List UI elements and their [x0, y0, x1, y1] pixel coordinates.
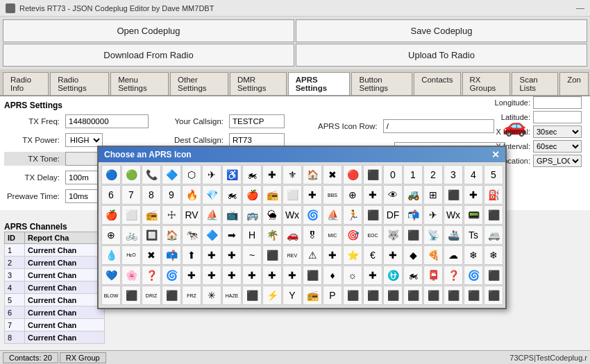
table-row[interactable]: 5Current Chan [5, 294, 105, 306]
icon-cell[interactable]: ⊕ [101, 225, 121, 245]
icon-cell[interactable]: 💧 [101, 245, 121, 265]
icon-cell[interactable]: ✚ [323, 245, 342, 265]
icon-cell[interactable]: ☁ [444, 245, 463, 265]
icon-cell[interactable]: ✖ [142, 245, 161, 265]
icon-cell[interactable]: 🍎 [242, 185, 262, 205]
icon-cell[interactable]: ⬜ [283, 185, 302, 205]
icon-cell[interactable]: ⛽ [484, 185, 503, 205]
prewave-input[interactable] [65, 189, 100, 203]
icon-cell[interactable]: 🌸 [121, 266, 141, 285]
tx-interval-select[interactable]: 30sec60sec90sec [533, 125, 582, 138]
icon-cell[interactable]: ⬛ [363, 165, 382, 184]
icon-cell[interactable]: ✚ [283, 266, 302, 285]
icon-cell[interactable]: BBS [323, 185, 342, 205]
tab-menu-settings[interactable]: Menu Settings [110, 72, 169, 95]
icon-cell[interactable]: ⬛ [484, 266, 503, 285]
icon-cell[interactable]: 📺 [222, 205, 242, 225]
icon-cell[interactable]: 7 [121, 185, 141, 205]
icon-cell[interactable]: 2 [423, 165, 443, 184]
icon-cell[interactable]: 📟 [464, 205, 483, 225]
icon-cell[interactable]: 🍕 [423, 245, 443, 265]
icon-cell[interactable]: ⬛ [444, 185, 463, 205]
icon-cell[interactable]: ⬛ [363, 205, 382, 225]
icon-cell[interactable]: EOC [363, 225, 382, 245]
tx-delay-input[interactable] [65, 171, 100, 184]
icon-cell[interactable]: 🔥 [182, 185, 201, 205]
table-row[interactable]: 1Current Chan [5, 244, 105, 257]
icon-cell[interactable]: ✚ [222, 245, 242, 265]
icon-cell[interactable]: ⊕ [343, 185, 362, 205]
tx-power-select[interactable]: HIGHMIDLOW [65, 133, 103, 147]
icon-cell[interactable]: ✚ [363, 185, 382, 205]
icon-cell[interactable]: ⛵ [323, 205, 342, 225]
icon-cell[interactable]: Y [283, 286, 302, 305]
icon-cell[interactable]: ⬆ [182, 245, 201, 265]
icon-cell[interactable]: ⬛ [363, 286, 382, 305]
icon-cell[interactable]: 🚗 [283, 225, 302, 245]
icon-cell[interactable]: 1 [403, 165, 423, 184]
icon-cell[interactable]: 🏍 [222, 185, 242, 205]
icon-cell[interactable]: 5 [484, 165, 503, 184]
icon-cell[interactable]: ⬛ [121, 286, 141, 305]
icon-cell[interactable]: 🎯 [343, 225, 362, 245]
icon-cell[interactable]: 👁 [383, 185, 403, 205]
tab-aprs-settings[interactable]: APRS Settings [288, 72, 351, 96]
icon-cell[interactable]: ✈ [202, 165, 221, 184]
icon-cell[interactable]: 📬 [403, 205, 423, 225]
tab-button-settings[interactable]: Button Settings [351, 72, 412, 95]
icon-cell[interactable]: FRZ [182, 286, 201, 305]
latitude-input[interactable] [533, 111, 582, 123]
icon-cell[interactable]: 📮 [423, 266, 443, 285]
download-from-radio-button[interactable]: Download From Radio [3, 44, 294, 67]
icon-cell[interactable]: ✖ [323, 165, 342, 184]
icon-cell[interactable]: ♦ [323, 266, 342, 285]
icon-cell[interactable]: 🔷 [162, 165, 181, 184]
table-row[interactable]: 2Current Chan [5, 257, 105, 269]
icon-cell[interactable]: ⬛ [383, 286, 403, 305]
aprs-icon-row-input[interactable] [383, 119, 494, 133]
icon-cell[interactable]: 🔷 [202, 225, 221, 245]
tab-zon[interactable]: Zon [559, 72, 589, 95]
icon-cell[interactable]: 🏍 [403, 266, 423, 285]
rx-interval-select[interactable]: 60sec30sec90sec [533, 140, 582, 153]
icon-cell[interactable]: 🚢 [444, 225, 463, 245]
contacts-status[interactable]: Contacts: 20 [3, 352, 58, 363]
table-row[interactable]: 8Current Chan [5, 331, 105, 344]
icon-cell[interactable]: ❓ [444, 266, 463, 285]
icon-cell[interactable]: Wx [283, 205, 302, 225]
icon-cell[interactable]: 📻 [262, 185, 282, 205]
icon-cell[interactable]: ◆ [403, 245, 423, 265]
icon-cell[interactable]: ⬛ [484, 286, 503, 305]
icon-cell[interactable]: ✚ [363, 266, 382, 285]
icon-cell[interactable]: ⬛ [423, 286, 443, 305]
icon-cell[interactable]: ✳ [202, 286, 221, 305]
tab-dmr-settings[interactable]: DMR Settings [230, 72, 287, 95]
icon-cell[interactable]: ♿ [222, 165, 242, 184]
icon-cell[interactable]: ✚ [182, 266, 201, 285]
tab-radio-settings[interactable]: Radio Settings [50, 72, 109, 95]
icon-cell[interactable]: ✈ [423, 205, 443, 225]
icon-cell[interactable]: 🍎 [101, 205, 121, 225]
icon-cell[interactable]: 🏠 [162, 225, 181, 245]
icon-cell[interactable]: P [323, 286, 342, 305]
icon-cell[interactable]: 🏠 [303, 165, 322, 184]
icon-cell[interactable]: 🟢 [121, 165, 141, 184]
icon-cell[interactable]: ⬛ [303, 266, 322, 285]
icon-cell[interactable]: ✚ [262, 165, 282, 184]
icon-cell[interactable]: REV [283, 245, 302, 265]
icon-cell[interactable]: ⚜ [283, 165, 302, 184]
icon-cell[interactable]: ☩ [162, 205, 181, 225]
icon-cell[interactable]: MIC [323, 225, 342, 245]
icon-cell[interactable]: 💎 [202, 185, 221, 205]
table-row[interactable]: 6Current Chan [5, 306, 105, 319]
tab-other-settings[interactable]: Other Settings [170, 72, 228, 95]
icon-cell[interactable]: H₂O [121, 245, 141, 265]
icon-cell[interactable]: 4 [464, 165, 483, 184]
icon-cell[interactable]: HAZE [222, 286, 242, 305]
longitude-input[interactable] [533, 96, 582, 109]
icon-cell[interactable]: 🏃 [343, 205, 362, 225]
upload-to-radio-button[interactable]: Upload To Radio [296, 44, 587, 67]
icon-cell[interactable]: RV [182, 205, 201, 225]
tab-contacts[interactable]: Contacts [414, 72, 460, 95]
icon-cell[interactable]: ✚ [222, 266, 242, 285]
